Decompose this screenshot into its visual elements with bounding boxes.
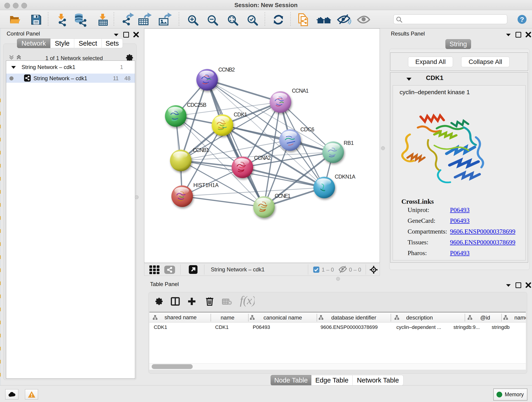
- svg-text:CDK1: CDK1: [234, 112, 247, 118]
- svg-text:name: name: [221, 314, 234, 321]
- svg-text:CCNB1: CCNB1: [193, 147, 209, 153]
- svg-text:CCNA2: CCNA2: [254, 155, 271, 161]
- svg-text:description: description: [406, 314, 433, 321]
- svg-text:RB1: RB1: [344, 140, 354, 146]
- svg-text:@id: @id: [480, 314, 490, 321]
- svg-text:CCNA1: CCNA1: [292, 88, 309, 94]
- svg-text:CDC6: CDC6: [300, 127, 314, 133]
- svg-text:CCNB2: CCNB2: [218, 67, 235, 73]
- svg-text:CDKN1A: CDKN1A: [335, 174, 355, 180]
- svg-text:database identifier: database identifier: [331, 314, 376, 321]
- svg-text:CDC25B: CDC25B: [187, 102, 206, 108]
- svg-text:CCNE1: CCNE1: [275, 193, 291, 199]
- svg-text:namespac: namespac: [514, 314, 526, 321]
- svg-text:f(x): f(x): [240, 295, 254, 307]
- svg-text:HIST1H1A: HIST1H1A: [193, 182, 219, 188]
- svg-text:canonical name: canonical name: [264, 314, 302, 321]
- svg-text:shared name: shared name: [165, 314, 196, 320]
